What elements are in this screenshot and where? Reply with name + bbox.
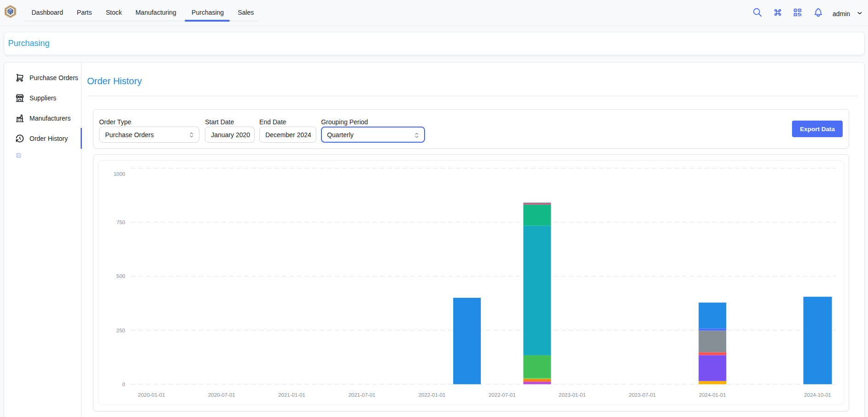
- svg-text:1000: 1000: [114, 171, 126, 177]
- svg-text:2020-07-01: 2020-07-01: [208, 392, 235, 397]
- svg-text:2023-01-01: 2023-01-01: [559, 392, 586, 397]
- svg-text:2022-01-01: 2022-01-01: [419, 392, 446, 397]
- svg-text:0: 0: [122, 381, 125, 387]
- svg-text:2024-10-01: 2024-10-01: [804, 392, 831, 397]
- svg-text:500: 500: [117, 273, 125, 279]
- svg-text:2024-01-01: 2024-01-01: [699, 392, 726, 397]
- svg-text:2022-07-01: 2022-07-01: [489, 392, 516, 397]
- svg-text:2023-07-01: 2023-07-01: [629, 392, 656, 397]
- svg-text:2021-01-01: 2021-01-01: [278, 392, 305, 397]
- svg-text:250: 250: [117, 327, 125, 333]
- svg-text:2020-01-01: 2020-01-01: [138, 392, 165, 397]
- svg-text:750: 750: [117, 219, 125, 225]
- svg-text:2021-07-01: 2021-07-01: [349, 392, 376, 397]
